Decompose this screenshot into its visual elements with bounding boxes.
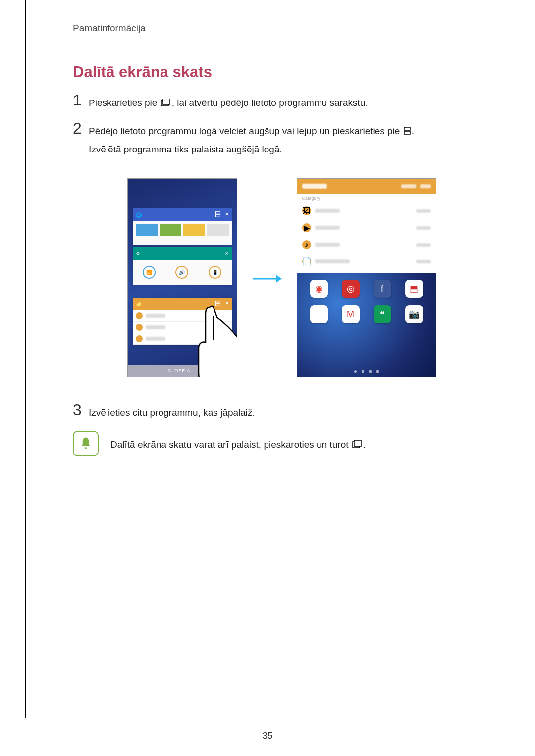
step-text: Pieskarieties pie , lai atvērtu pēdējo l…	[89, 92, 368, 112]
step-number: 3	[73, 402, 89, 418]
phone-icon: 📱	[209, 266, 221, 279]
bell-icon	[73, 431, 99, 456]
gmail-icon: M	[342, 305, 360, 323]
document-icon: 📄	[302, 257, 311, 266]
step-3: 3 Izvēlieties citu programmu, kas jāpala…	[73, 402, 490, 422]
step-number: 1	[73, 92, 89, 108]
globe-icon: 🌐	[136, 212, 142, 218]
step-text: Izvēlieties citu programmu, kas jāpalaiž…	[89, 402, 255, 422]
note-suffix: .	[363, 439, 366, 450]
facebook-icon: f	[374, 280, 391, 298]
step-2: 2 Pēdējo lietoto programmu logā velciet …	[73, 120, 490, 158]
svg-rect-11	[354, 440, 361, 446]
step-number: 2	[73, 120, 89, 136]
recent-apps-icon	[352, 436, 362, 454]
chart-icon: 📶	[143, 266, 156, 279]
gear-icon: ⚙	[136, 251, 140, 256]
split-window-icon	[215, 211, 221, 218]
breadcrumb: Pamatinformācija	[73, 23, 490, 34]
instruction-figure: 🌐 ✕ ⚙ ✕	[73, 178, 490, 377]
recent-apps-icon	[161, 95, 171, 112]
video-icon: ▶	[302, 223, 311, 232]
step-2-line2: Izvēlētā programma tiks palaista augšējā…	[89, 144, 282, 154]
svg-rect-4	[215, 212, 220, 214]
close-icon: ✕	[225, 211, 229, 218]
step-1-prefix: Pieskarieties pie	[89, 98, 160, 108]
step-text: Pēdējo lietoto programmu logā velciet au…	[89, 120, 414, 158]
category-label: Category	[297, 194, 436, 202]
figure-phone-recent-apps: 🌐 ✕ ⚙ ✕	[127, 178, 237, 377]
sound-icon: 🔊	[175, 266, 188, 279]
section-title: Dalītā ekrāna skats	[73, 63, 490, 81]
note-prefix: Dalītā ekrāna skatu varat arī palaist, p…	[110, 439, 351, 450]
step-1: 1 Pieskarieties pie , lai atvērtu pēdējo…	[73, 92, 490, 112]
svg-marker-9	[276, 275, 282, 283]
app-icon: ◎	[342, 280, 360, 298]
step-1-suffix: , lai atvērtu pēdējo lietoto programmu s…	[172, 98, 368, 108]
figure-phone-split-view: Category 🖼 ▶ ♪ 📄 ◉ ◎ f ⬒ 🖼 M ❝ 📷	[297, 178, 436, 377]
svg-rect-5	[215, 215, 220, 217]
image-icon: 🖼	[302, 206, 311, 215]
page-number: 35	[0, 730, 535, 741]
folder-icon: 📁	[136, 302, 142, 307]
svg-rect-1	[163, 99, 170, 104]
app-icon: ⬒	[405, 280, 423, 298]
note: Dalītā ekrāna skatu varat arī palaist, p…	[73, 431, 490, 456]
svg-rect-3	[404, 131, 410, 134]
note-text: Dalītā ekrāna skatu varat arī palaist, p…	[110, 431, 366, 454]
tap-hand-icon	[190, 302, 237, 377]
svg-rect-2	[404, 127, 410, 130]
step-2-line1-suffix: .	[412, 126, 414, 136]
close-icon: ✕	[225, 251, 229, 256]
chrome-icon: ◉	[310, 280, 328, 298]
instagram-icon: 📷	[405, 305, 423, 323]
audio-icon: ♪	[302, 240, 311, 249]
step-2-line1-prefix: Pēdējo lietoto programmu logā velciet au…	[89, 126, 403, 136]
split-window-icon	[404, 123, 411, 141]
arrow-right-icon	[252, 267, 282, 289]
gallery-icon: 🖼	[310, 305, 328, 323]
hangouts-icon: ❝	[374, 305, 391, 323]
